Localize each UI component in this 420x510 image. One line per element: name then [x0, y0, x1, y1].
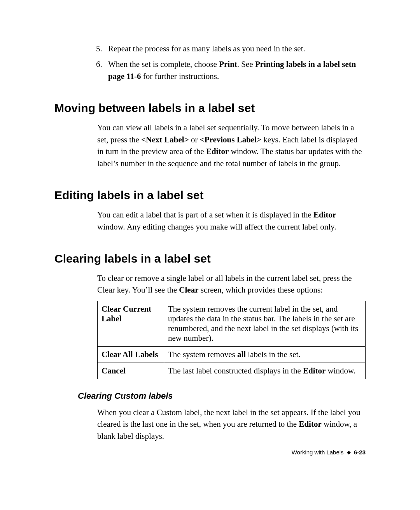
heading-clearing-labels: Clearing labels in a label set — [54, 252, 366, 265]
clearing-body: To clear or remove a single label or all… — [97, 272, 366, 379]
step-6-print: Print — [219, 60, 237, 69]
step-6: When the set is complete, choose Print. … — [104, 58, 366, 82]
step-6-middle: . See — [237, 60, 255, 69]
editing-paragraph: You can edit a label that is part of a s… — [97, 209, 366, 233]
step-6-suffix: for further instructions. — [141, 72, 219, 81]
option-cancel: Cancel — [98, 363, 164, 379]
footer-page-number: 6-23 — [354, 449, 366, 456]
editor-ref: Editor — [313, 210, 336, 219]
subheading-clearing-custom-labels: Clearing Custom labels — [78, 391, 366, 401]
table-row: Cancel The last label constructed displa… — [98, 363, 366, 379]
footer-section: Working with Labels — [292, 449, 344, 456]
table-row: Clear All Labels The system removes all … — [98, 346, 366, 363]
editor-ref: Editor — [299, 419, 321, 429]
option-clear-all-desc: The system removes all labels in the set… — [164, 346, 366, 363]
heading-moving-between-labels: Moving between labels in a label set — [54, 102, 366, 115]
heading-editing-labels: Editing labels in a label set — [54, 189, 366, 202]
diamond-icon: ◆ — [347, 449, 351, 455]
option-clear-current-label: Clear Current Label — [98, 301, 164, 346]
step-5-text: Repeat the process for as many labels as… — [108, 44, 305, 53]
steps-continuation: Repeat the process for as many labels as… — [97, 43, 366, 82]
document-page: Repeat the process for as many labels as… — [0, 0, 420, 510]
key-next-label: <Next Label> — [141, 135, 189, 144]
clear-options-table: Clear Current Label The system removes t… — [97, 301, 366, 379]
option-clear-all-labels: Clear All Labels — [98, 346, 164, 363]
step-6-prefix: When the set is complete, choose — [108, 60, 219, 69]
option-clear-current-desc: The system removes the current label in … — [164, 301, 366, 346]
moving-paragraph: You can view all labels in a label set s… — [97, 122, 366, 169]
clear-screen-ref: Clear — [179, 285, 198, 294]
option-cancel-desc: The last label constructed displays in t… — [164, 363, 366, 379]
editor-ref: Editor — [206, 147, 229, 156]
editor-ref: Editor — [303, 366, 326, 375]
table-row: Clear Current Label The system removes t… — [98, 301, 366, 346]
clearing-custom-paragraph: When you clear a Custom label, the next … — [97, 407, 366, 442]
page-footer: Working with Labels ◆ 6-23 — [292, 449, 366, 456]
editing-body: You can edit a label that is part of a s… — [97, 209, 366, 233]
clearing-custom-body: When you clear a Custom label, the next … — [97, 407, 366, 442]
step-5: Repeat the process for as many labels as… — [104, 43, 366, 54]
moving-body: You can view all labels in a label set s… — [97, 122, 366, 169]
key-previous-label: <Previous Label> — [200, 135, 261, 144]
clearing-intro: To clear or remove a single label or all… — [97, 272, 366, 296]
